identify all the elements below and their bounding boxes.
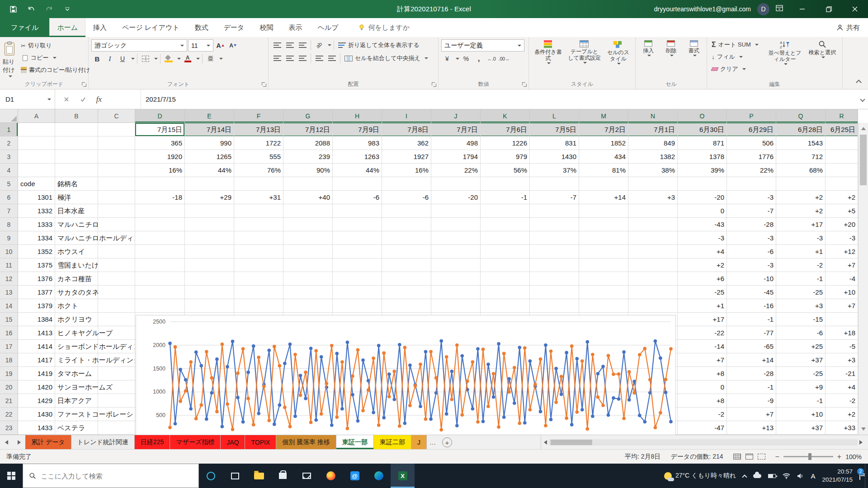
cell-E9[interactable] bbox=[185, 231, 234, 245]
cell-R13[interactable]: +10 bbox=[826, 286, 858, 299]
horizontal-scroll-thumb[interactable] bbox=[551, 440, 592, 445]
cell-I7[interactable] bbox=[382, 204, 431, 218]
cell-R9[interactable]: -3 bbox=[826, 231, 858, 245]
cell-R2[interactable] bbox=[826, 136, 858, 150]
cell-I14[interactable] bbox=[382, 299, 431, 313]
cell-A7[interactable]: 1332 bbox=[18, 204, 55, 218]
cell-H8[interactable] bbox=[333, 218, 382, 231]
taskbar-search-input[interactable] bbox=[41, 472, 176, 480]
cell-A11[interactable]: 1375 bbox=[18, 258, 55, 272]
cell-B3[interactable] bbox=[55, 150, 98, 164]
cell-A19[interactable]: 1419 bbox=[18, 367, 55, 380]
cell-P10[interactable]: -6 bbox=[727, 245, 776, 258]
ribbon-tab-挿入[interactable]: 挿入 bbox=[85, 18, 114, 37]
page-layout-view-button[interactable] bbox=[745, 454, 753, 460]
sheet-tabs-overflow[interactable]: … bbox=[427, 435, 439, 449]
cell-A5[interactable]: code bbox=[18, 177, 55, 191]
cell-A15[interactable]: 1384 bbox=[18, 313, 55, 326]
cell-O17[interactable]: -14 bbox=[678, 340, 727, 353]
cell-B22[interactable]: ファーストコーポレーション bbox=[55, 408, 98, 421]
cell-I2[interactable]: 362 bbox=[382, 136, 431, 150]
cell-P16[interactable]: -77 bbox=[727, 326, 776, 340]
taskbar-app-cortana[interactable] bbox=[199, 464, 223, 488]
cell-D5[interactable] bbox=[135, 177, 185, 191]
fill-button[interactable]: ↓フィル bbox=[710, 52, 763, 62]
increase-font-button[interactable]: A bbox=[214, 40, 226, 52]
cell-G13[interactable] bbox=[283, 286, 333, 299]
cell-R15[interactable] bbox=[826, 313, 858, 326]
cell-N12[interactable] bbox=[628, 272, 678, 286]
cell-B4[interactable] bbox=[55, 164, 98, 177]
cell-O19[interactable]: +8 bbox=[678, 367, 727, 380]
cell-R23[interactable]: +33 bbox=[826, 421, 858, 435]
copy-button[interactable]: コピー bbox=[19, 52, 92, 63]
cell-B2[interactable] bbox=[55, 136, 98, 150]
cell-B19[interactable]: タマホーム bbox=[55, 367, 98, 380]
cell-M8[interactable] bbox=[579, 218, 628, 231]
cell-F1[interactable]: 7月13日 bbox=[234, 123, 283, 136]
cell-H9[interactable] bbox=[333, 231, 382, 245]
cell-M11[interactable] bbox=[579, 258, 628, 272]
zoom-slider-thumb[interactable] bbox=[808, 453, 811, 460]
cell-E2[interactable]: 990 bbox=[185, 136, 234, 150]
cell-Q19[interactable]: -25 bbox=[776, 367, 826, 380]
cell-R21[interactable]: -2 bbox=[826, 394, 858, 408]
column-header-H[interactable]: H bbox=[333, 109, 382, 123]
cell-B20[interactable]: サンヨーホームズ bbox=[55, 380, 98, 394]
hscroll-left-arrow-icon[interactable] bbox=[544, 440, 547, 445]
cell-B18[interactable]: ミライト・ホールディングス bbox=[55, 353, 98, 367]
cell-P23[interactable]: +13 bbox=[727, 421, 776, 435]
cell-H12[interactable] bbox=[333, 272, 382, 286]
cell-A18[interactable]: 1417 bbox=[18, 353, 55, 367]
cell-I6[interactable]: -6 bbox=[382, 191, 431, 204]
cell-L4[interactable]: 37% bbox=[530, 164, 579, 177]
taskbar-app-firefox[interactable] bbox=[319, 464, 343, 488]
cell-N1[interactable]: 7月1日 bbox=[628, 123, 678, 136]
sheet-tab-TOPIX[interactable]: TOPIX bbox=[245, 435, 276, 449]
cell-I5[interactable] bbox=[382, 177, 431, 191]
cell-A16[interactable]: 1413 bbox=[18, 326, 55, 340]
cell-F5[interactable] bbox=[234, 177, 283, 191]
cell-G10[interactable] bbox=[283, 245, 333, 258]
cell-R11[interactable]: +7 bbox=[826, 258, 858, 272]
cell-P15[interactable]: -1 bbox=[727, 313, 776, 326]
ribbon-tab-表示[interactable]: 表示 bbox=[281, 18, 310, 37]
wifi-icon[interactable] bbox=[783, 473, 790, 479]
cell-L9[interactable] bbox=[530, 231, 579, 245]
sort-filter-button[interactable]: AZ 並べ替えとフィルター bbox=[766, 39, 804, 79]
row-header-8[interactable]: 8 bbox=[0, 218, 18, 231]
column-header-D[interactable]: D bbox=[135, 109, 185, 123]
cell-L11[interactable] bbox=[530, 258, 579, 272]
cell-I1[interactable]: 7月8日 bbox=[382, 123, 431, 136]
cell-G3[interactable]: 239 bbox=[283, 150, 333, 164]
cell-L6[interactable]: -7 bbox=[530, 191, 579, 204]
cell-B6[interactable]: 極洋 bbox=[55, 191, 98, 204]
vertical-scrollbar[interactable] bbox=[858, 123, 868, 435]
cell-R7[interactable]: +5 bbox=[826, 204, 858, 218]
zoom-level[interactable]: 100% bbox=[845, 453, 862, 460]
cell-L7[interactable] bbox=[530, 204, 579, 218]
cell-M1[interactable]: 7月2日 bbox=[579, 123, 628, 136]
column-header-E[interactable]: E bbox=[185, 109, 234, 123]
row-header-11[interactable]: 11 bbox=[0, 258, 18, 272]
row-header-16[interactable]: 16 bbox=[0, 326, 18, 340]
speaker-icon[interactable] bbox=[797, 473, 804, 479]
cell-H14[interactable] bbox=[333, 299, 382, 313]
zoom-out-button[interactable]: − bbox=[775, 453, 779, 461]
sheet-nav-left-button[interactable] bbox=[0, 435, 13, 449]
decrease-indent-button[interactable] bbox=[313, 52, 325, 64]
cell-B1[interactable] bbox=[55, 123, 98, 136]
column-header-C[interactable]: C bbox=[98, 109, 135, 123]
cell-J1[interactable]: 7月7日 bbox=[431, 123, 481, 136]
cell-Q1[interactable]: 6月28日 bbox=[776, 123, 826, 136]
taskbar-app-task-view[interactable] bbox=[223, 464, 247, 488]
cell-N3[interactable]: 1382 bbox=[628, 150, 678, 164]
cell-J4[interactable]: 22% bbox=[431, 164, 481, 177]
row-header-15[interactable]: 15 bbox=[0, 313, 18, 326]
restore-button[interactable] bbox=[816, 0, 842, 18]
percent-style-button[interactable]: % bbox=[460, 53, 472, 65]
sheet-tab-トレンド統計関連[interactable]: トレンド統計関連 bbox=[71, 435, 135, 449]
hscroll-right-arrow-icon[interactable] bbox=[859, 440, 863, 445]
number-format-select[interactable]: ユーザー定義 bbox=[441, 39, 524, 52]
cell-K8[interactable] bbox=[481, 218, 530, 231]
